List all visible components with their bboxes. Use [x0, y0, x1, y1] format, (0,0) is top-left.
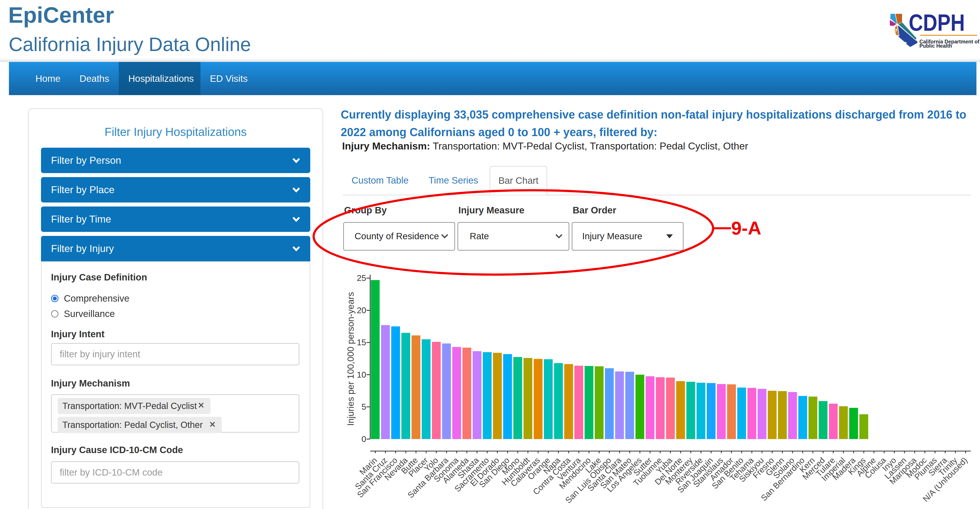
svg-text:Injuries per 100,000 person-ye: Injuries per 100,000 person-years — [346, 292, 356, 426]
svg-text:10: 10 — [357, 370, 366, 379]
svg-text:Public Health: Public Health — [920, 43, 952, 49]
svg-text:15: 15 — [357, 338, 366, 347]
svg-text:5: 5 — [361, 402, 366, 412]
svg-text:20: 20 — [357, 305, 366, 315]
svg-text:25: 25 — [357, 273, 366, 283]
svg-text:CDPH: CDPH — [909, 13, 965, 36]
svg-text:0: 0 — [361, 434, 366, 444]
